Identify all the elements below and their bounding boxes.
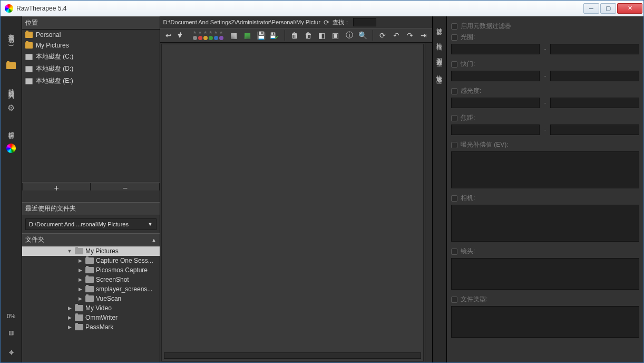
color-wheel-icon[interactable] bbox=[5, 142, 17, 154]
color-label-icon[interactable] bbox=[214, 36, 218, 40]
filter-funnel-icon[interactable]: ▼▲ bbox=[177, 30, 188, 41]
color-label-icon[interactable] bbox=[209, 36, 213, 40]
saved-filter-icon[interactable]: 💾 bbox=[256, 30, 267, 41]
place-item[interactable]: 本地磁盘 (C:) bbox=[22, 51, 160, 63]
folder-tree[interactable]: ▼My Pictures▶Capture One Sess...▶Picosmo… bbox=[22, 246, 160, 362]
tree-item[interactable]: ▶My Video bbox=[22, 303, 160, 313]
tree-header[interactable]: 文件夹▲ bbox=[22, 233, 160, 246]
tree-item-label: Picosmos Capture bbox=[96, 266, 148, 274]
lens-checkbox[interactable] bbox=[451, 249, 457, 255]
place-item[interactable]: 本地磁盘 (E:) bbox=[22, 75, 160, 87]
camera-list[interactable] bbox=[451, 205, 639, 242]
vertical-scrollbar[interactable] bbox=[425, 43, 432, 362]
tree-item[interactable]: ▼My Pictures bbox=[22, 246, 160, 256]
refresh-thumbs-icon[interactable]: ⟳ bbox=[377, 30, 388, 41]
chevron-right-icon[interactable]: ▶ bbox=[66, 324, 73, 330]
lens-list[interactable] bbox=[451, 258, 639, 290]
rating-color-filter[interactable]: ★★★★★★ bbox=[193, 31, 223, 40]
trash-icon[interactable]: 🗑 bbox=[289, 30, 300, 41]
tree-item[interactable]: ▶PassMark bbox=[22, 322, 160, 332]
edited-filter-icon[interactable]: ▦ bbox=[229, 30, 239, 41]
thumbnail-area[interactable] bbox=[161, 44, 424, 361]
rotate-right-icon[interactable]: ↷ bbox=[405, 30, 415, 41]
iso-checkbox[interactable] bbox=[451, 88, 457, 94]
panels-icon[interactable]: ▥ bbox=[5, 327, 17, 338]
horizontal-scrollbar[interactable] bbox=[164, 352, 421, 359]
close-button[interactable]: ✕ bbox=[617, 3, 642, 14]
focal-from-input[interactable] bbox=[451, 125, 540, 135]
focal-label: 焦距: bbox=[461, 113, 475, 122]
tree-item[interactable]: ▶OmmWriter bbox=[22, 313, 160, 322]
tab-editor[interactable]: 编辑器 bbox=[5, 120, 17, 136]
chevron-right-icon[interactable]: ▶ bbox=[66, 315, 73, 320]
shutter-from-input[interactable] bbox=[451, 71, 540, 81]
filetype-checkbox[interactable] bbox=[451, 297, 457, 303]
zoom-icon[interactable]: 🔍 bbox=[358, 30, 368, 41]
chevron-right-icon[interactable]: ▶ bbox=[77, 277, 83, 282]
crop-icon[interactable]: ▣ bbox=[330, 30, 341, 41]
chevron-right-icon[interactable]: ▶ bbox=[77, 296, 83, 301]
chevron-right-icon[interactable]: ▶ bbox=[77, 268, 83, 273]
ev-list[interactable] bbox=[451, 151, 639, 188]
shutter-to-input[interactable] bbox=[550, 71, 639, 81]
tab-queue[interactable]: 批处理队列 bbox=[5, 78, 17, 96]
focal-checkbox[interactable] bbox=[451, 115, 457, 121]
add-place-button[interactable]: + bbox=[22, 183, 91, 190]
chevron-right-icon[interactable]: ▶ bbox=[77, 286, 83, 292]
zoom-info-icon[interactable]: ⓘ bbox=[344, 30, 355, 41]
enable-metadata-label: 启用元数据过滤器 bbox=[461, 22, 511, 31]
shutter-checkbox[interactable] bbox=[451, 61, 457, 68]
minimize-button[interactable]: ─ bbox=[583, 3, 599, 14]
focal-to-input[interactable] bbox=[550, 125, 639, 135]
recent-folder-select[interactable]: D:\Document And ...rsonal\My Pictures ▼ bbox=[25, 218, 157, 230]
unedited-filter-icon[interactable]: ▦ bbox=[242, 30, 253, 41]
search-input[interactable] bbox=[353, 18, 376, 26]
tree-item[interactable]: ▶VueScan bbox=[22, 294, 160, 303]
iso-from-input[interactable] bbox=[451, 98, 540, 108]
camera-checkbox[interactable] bbox=[451, 195, 457, 202]
enable-metadata-checkbox[interactable] bbox=[451, 23, 457, 30]
ev-checkbox[interactable] bbox=[451, 142, 457, 148]
shutter-label: 快门: bbox=[461, 60, 475, 69]
chevron-right-icon[interactable]: ▶ bbox=[66, 305, 73, 311]
place-item[interactable]: My Pictures bbox=[22, 40, 160, 51]
move-icon[interactable]: ✥ bbox=[5, 347, 17, 358]
collapse-right-icon[interactable]: ⇥ bbox=[418, 30, 429, 41]
place-item[interactable]: Personal bbox=[22, 30, 160, 40]
saved-ok-icon[interactable]: 💾✔ bbox=[270, 30, 280, 41]
tree-item[interactable]: ▶ScreenShot bbox=[22, 275, 160, 284]
filetype-list[interactable] bbox=[451, 306, 639, 338]
rotate-left-icon[interactable]: ↶ bbox=[391, 30, 402, 41]
color-label-icon[interactable] bbox=[193, 36, 197, 40]
aperture-from-input[interactable] bbox=[451, 44, 540, 54]
remove-place-button[interactable]: − bbox=[91, 183, 159, 190]
color-label-icon[interactable] bbox=[198, 36, 202, 40]
tab-fast-export[interactable]: 快速导出 bbox=[433, 64, 445, 81]
folder-icon bbox=[75, 248, 83, 254]
folder-icon[interactable] bbox=[5, 60, 17, 72]
chevron-right-icon[interactable]: ▶ bbox=[77, 258, 83, 263]
tree-item[interactable]: ▶Picosmos Capture bbox=[22, 265, 160, 275]
tab-filter[interactable]: 过滤器 bbox=[433, 16, 445, 32]
color-label-icon[interactable] bbox=[203, 36, 208, 40]
chevron-down-icon[interactable]: ▼ bbox=[66, 249, 73, 254]
tree-item[interactable]: ▶Capture One Sess... bbox=[22, 256, 160, 265]
aperture-checkbox[interactable] bbox=[451, 34, 457, 41]
color-label-icon[interactable] bbox=[219, 36, 223, 40]
tab-file-browser[interactable]: 文件浏览 (O) bbox=[5, 23, 17, 54]
titlebar: RawTherapee 5.4 ─ ▢ ✕ bbox=[1, 1, 643, 16]
refresh-icon[interactable]: ⟳ bbox=[324, 18, 329, 26]
tree-item[interactable]: ▶smplayer_screens... bbox=[22, 284, 160, 294]
tree-item-label: OmmWriter bbox=[85, 314, 118, 321]
clear-rank-icon[interactable]: ◧ bbox=[317, 30, 327, 41]
back-icon[interactable]: ↩ bbox=[163, 30, 174, 41]
gear-icon[interactable]: ⚙ bbox=[5, 102, 17, 114]
iso-to-input[interactable] bbox=[550, 98, 639, 108]
tab-inspect[interactable]: 检视 bbox=[433, 32, 445, 47]
untrash-icon[interactable]: 🗑 bbox=[303, 30, 314, 41]
aperture-to-input[interactable] bbox=[550, 44, 639, 54]
tab-batch-edit[interactable]: 图片调整 bbox=[433, 47, 445, 64]
maximize-button[interactable]: ▢ bbox=[600, 3, 616, 14]
app-logo-icon bbox=[5, 4, 13, 13]
place-item[interactable]: 本地磁盘 (D:) bbox=[22, 63, 160, 75]
